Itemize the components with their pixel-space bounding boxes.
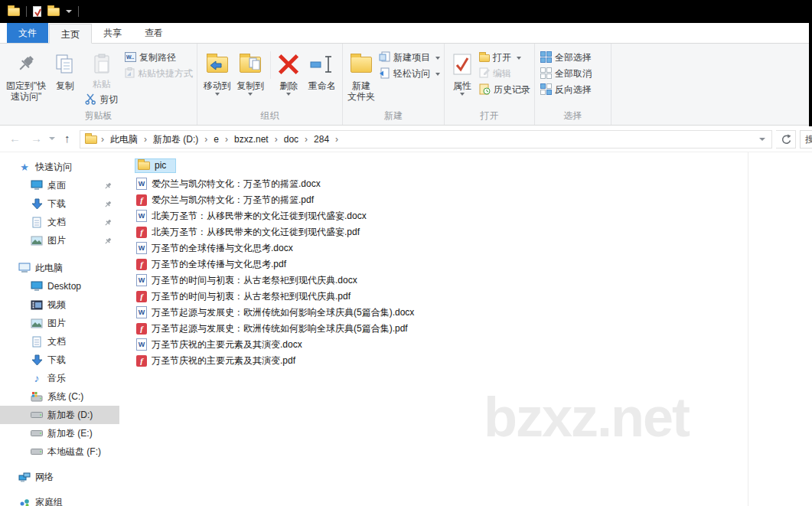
file-row[interactable]: 万圣节的时间与初衷：从古老祭祀到现代庆典.docx xyxy=(136,273,357,288)
word-file-icon xyxy=(136,338,147,351)
refresh-button[interactable] xyxy=(776,130,796,149)
select-all-button[interactable]: 全部选择 xyxy=(538,50,609,66)
word-file-icon xyxy=(136,274,147,286)
sidebar-item-drive-e[interactable]: 新加卷 (E:) xyxy=(0,424,119,442)
sidebar-item-drive-c[interactable]: 系统 (C:) xyxy=(0,387,119,406)
sidebar-homegroup[interactable]: 家庭组 xyxy=(0,493,119,506)
group-label-organize: 组织 xyxy=(197,109,342,122)
edit-button[interactable]: 编辑 xyxy=(477,66,533,82)
new-folder-qat-icon[interactable] xyxy=(47,8,60,16)
tab-home[interactable]: 主页 xyxy=(49,24,92,44)
breadcrumb-284[interactable]: 284 xyxy=(308,134,334,145)
file-name: 万圣节的全球传播与文化思考.pdf xyxy=(152,258,286,271)
invert-selection-button[interactable]: 反向选择 xyxy=(538,82,609,98)
refresh-icon xyxy=(781,134,791,145)
search-input[interactable]: 搜 xyxy=(800,130,812,149)
file-row[interactable]: 北美万圣节：从移民带来的文化迁徙到现代盛宴.docx xyxy=(136,208,367,224)
file-name: 爱尔兰与凯尔特文化：万圣节的摇篮.docx xyxy=(152,178,321,191)
qat-customize-chevron-icon[interactable] xyxy=(66,10,72,13)
file-row[interactable]: 万圣节起源与发展史：欧洲传统如何影响全球庆典(5篇合集).pdf xyxy=(136,321,408,336)
file-row[interactable]: 爱尔兰与凯尔特文化：万圣节的摇篮.pdf xyxy=(136,192,314,207)
sidebar-item-pictures-qa[interactable]: 图片 xyxy=(0,231,119,250)
sidebar-item-downloads[interactable]: 下载 xyxy=(0,351,119,369)
tab-share[interactable]: 共享 xyxy=(92,23,133,43)
delete-button[interactable]: 删除 xyxy=(274,47,304,96)
breadcrumb-bzxz-net[interactable]: bzxz.net xyxy=(229,134,274,145)
sidebar-item-documents-qa[interactable]: 文档 xyxy=(0,213,119,231)
file-row[interactable]: 万圣节庆祝的主要元素及其演变.pdf xyxy=(136,353,295,368)
drive-icon xyxy=(31,409,43,421)
copy-button[interactable]: 复制 xyxy=(49,47,80,108)
paste-shortcut-icon xyxy=(125,67,135,80)
folder-item-pic[interactable]: pic xyxy=(135,158,176,173)
breadcrumb-doc[interactable]: doc xyxy=(279,134,304,145)
sidebar-label: 视频 xyxy=(47,299,66,312)
pictures-icon xyxy=(31,234,43,246)
file-row[interactable]: 爱尔兰与凯尔特文化：万圣节的摇篮.docx xyxy=(136,176,321,191)
folder-name: pic xyxy=(155,160,166,171)
back-button[interactable]: ← xyxy=(9,132,21,145)
group-label-open: 打开 xyxy=(445,109,534,122)
sidebar-item-music[interactable]: ♪ 音乐 xyxy=(0,369,119,387)
sidebar-network[interactable]: 网络 xyxy=(0,468,119,486)
sidebar-item-desktop-qa[interactable]: 桌面 xyxy=(0,176,119,194)
up-button[interactable]: ↑ xyxy=(64,132,70,145)
sidebar-item-drive-d[interactable]: 新加卷 (D:) xyxy=(0,406,119,424)
file-row[interactable]: 万圣节的全球传播与文化思考.pdf xyxy=(136,256,286,272)
invert-selection-icon xyxy=(540,83,552,97)
tab-file[interactable]: 文件 xyxy=(7,23,48,43)
pushpin-icon xyxy=(17,48,35,80)
paste-button[interactable]: 粘贴 xyxy=(93,47,111,90)
move-to-label: 移动到 xyxy=(204,80,231,91)
sidebar-item-videos[interactable]: 视频 xyxy=(0,295,119,314)
file-row[interactable]: 万圣节的时间与初衷：从古老祭祀到现代庆典.pdf xyxy=(136,289,351,304)
pin-to-quick-access-button[interactable]: 固定到"快速访问" xyxy=(3,47,49,108)
open-button[interactable]: 打开 xyxy=(477,50,533,66)
forward-button[interactable]: → xyxy=(31,132,42,145)
file-row[interactable]: 北美万圣节：从移民带来的文化迁徙到现代盛宴.pdf xyxy=(136,224,360,240)
new-folder-button[interactable]: 新建 文件夹 xyxy=(346,47,377,102)
recent-locations-chevron-icon[interactable] xyxy=(49,137,55,140)
rename-button[interactable]: 重命名 xyxy=(304,47,341,96)
pictures-icon xyxy=(31,317,43,329)
sidebar-item-downloads-qa[interactable]: 下载 xyxy=(0,194,119,213)
sidebar-item-drive-f[interactable]: 本地磁盘 (F:) xyxy=(0,442,119,461)
file-row[interactable]: 万圣节的全球传播与文化思考.docx xyxy=(136,240,293,256)
move-to-button[interactable]: 移动到 xyxy=(201,47,234,96)
group-label-new: 新建 xyxy=(343,109,444,122)
sidebar-this-pc[interactable]: 此电脑 xyxy=(0,259,119,277)
file-name: 万圣节起源与发展史：欧洲传统如何影响全球庆典(5篇合集).docx xyxy=(152,306,414,319)
breadcrumb-e[interactable]: e xyxy=(208,134,224,145)
paste-shortcut-button[interactable]: 粘贴快捷方式 xyxy=(122,66,195,82)
select-none-icon xyxy=(540,67,552,81)
address-input[interactable]: › 此电脑 › 新加卷 (D:) › e › bzxz.net › doc › … xyxy=(80,130,772,149)
select-none-button[interactable]: 全部取消 xyxy=(538,66,609,82)
easy-access-button[interactable]: 轻松访问 xyxy=(377,66,442,82)
tab-view[interactable]: 查看 xyxy=(133,23,174,43)
file-row[interactable]: 万圣节庆祝的主要元素及其演变.docx xyxy=(136,337,302,352)
sidebar-label: 文档 xyxy=(47,335,66,348)
sidebar-item-documents[interactable]: 文档 xyxy=(0,332,119,351)
homegroup-icon xyxy=(18,496,31,506)
new-folder-icon xyxy=(351,48,372,80)
breadcrumb-drive-d[interactable]: 新加卷 (D:) xyxy=(148,133,204,146)
watermark: bzxz.net xyxy=(484,386,689,449)
properties-check-icon[interactable] xyxy=(33,6,41,17)
cut-button[interactable]: 剪切 xyxy=(83,92,120,108)
new-folder-label-2: 文件夹 xyxy=(347,91,375,102)
copy-to-button[interactable]: 复制到 xyxy=(234,47,268,96)
breadcrumb-chevron-icon[interactable]: › xyxy=(334,134,339,145)
breadcrumb-this-pc[interactable]: 此电脑 xyxy=(105,133,143,146)
copy-label: 复制 xyxy=(56,80,74,91)
sidebar-quick-access[interactable]: ★ 快速访问 xyxy=(0,158,119,176)
sidebar-item-desktop[interactable]: Desktop xyxy=(0,277,119,295)
address-dropdown-chevron-icon[interactable] xyxy=(759,138,765,141)
history-button[interactable]: 历史记录 xyxy=(477,82,533,98)
rename-icon xyxy=(310,48,334,80)
copy-path-button[interactable]: W.. 复制路径 xyxy=(122,50,195,66)
properties-button[interactable]: 属性 xyxy=(448,47,477,98)
sidebar-item-pictures[interactable]: 图片 xyxy=(0,314,119,332)
sidebar-label: 系统 (C:) xyxy=(47,390,83,403)
file-row[interactable]: 万圣节起源与发展史：欧洲传统如何影响全球庆典(5篇合集).docx xyxy=(136,305,414,320)
new-item-button[interactable]: 新建项目 xyxy=(377,50,442,66)
